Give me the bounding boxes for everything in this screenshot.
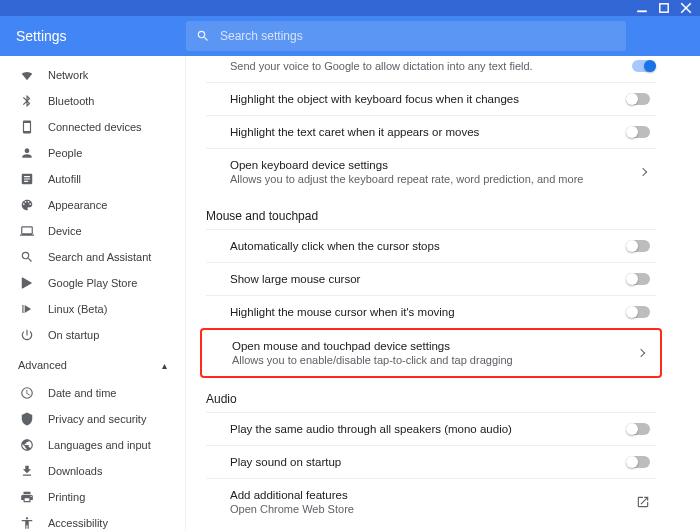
minimize-button[interactable]	[636, 2, 648, 14]
sidebar-item-label: Accessibility	[48, 517, 108, 529]
row-open-mouse-settings[interactable]: Open mouse and touchpad device settings …	[200, 328, 662, 378]
person-icon	[20, 146, 34, 160]
toggle-switch[interactable]	[626, 273, 650, 285]
row-mono-audio[interactable]: Play the same audio through all speakers…	[206, 413, 656, 445]
sidebar-item-label: Bluetooth	[48, 95, 94, 107]
laptop-icon	[20, 224, 34, 238]
row-highlight-cursor[interactable]: Highlight the mouse cursor when it's mov…	[206, 295, 656, 328]
toggle-switch[interactable]	[632, 60, 656, 72]
linux-icon	[20, 302, 34, 316]
header: Settings	[0, 16, 700, 56]
sidebar-item-bluetooth[interactable]: Bluetooth	[0, 88, 185, 114]
chevron-up-icon: ▴	[162, 360, 167, 371]
sidebar: Network Bluetooth Connected devices Peop…	[0, 56, 186, 531]
sidebar-item-label: Search and Assistant	[48, 251, 151, 263]
main-content: Send your voice to Google to allow dicta…	[186, 56, 700, 531]
sidebar-item-network[interactable]: Network	[0, 62, 185, 88]
partial-row-dictation[interactable]: Send your voice to Google to allow dicta…	[206, 56, 656, 82]
row-highlight-caret[interactable]: Highlight the text caret when it appears…	[206, 115, 656, 148]
row-subtitle: Send your voice to Google to allow dicta…	[230, 60, 533, 72]
chevron-right-icon	[639, 168, 647, 176]
shield-icon	[20, 412, 34, 426]
sidebar-item-label: Linux (Beta)	[48, 303, 107, 315]
advanced-label: Advanced	[18, 359, 67, 371]
sidebar-item-appearance[interactable]: Appearance	[0, 192, 185, 218]
row-startup-sound[interactable]: Play sound on startup	[206, 445, 656, 478]
sidebar-item-label: Google Play Store	[48, 277, 137, 289]
row-subtitle: Allows you to enable/disable tap-to-clic…	[232, 354, 513, 366]
sidebar-item-label: Date and time	[48, 387, 116, 399]
sidebar-advanced-toggle[interactable]: Advanced ▴	[0, 352, 185, 378]
sidebar-item-people[interactable]: People	[0, 140, 185, 166]
sidebar-item-label: Languages and input	[48, 439, 151, 451]
row-title: Automatically click when the cursor stop…	[230, 240, 440, 252]
search-box[interactable]	[186, 21, 626, 51]
toggle-switch[interactable]	[626, 423, 650, 435]
sidebar-item-accessibility[interactable]: Accessibility	[0, 510, 185, 531]
sidebar-item-label: People	[48, 147, 82, 159]
chevron-right-icon	[637, 349, 645, 357]
row-subtitle: Open Chrome Web Store	[230, 503, 354, 515]
search-icon	[20, 250, 34, 264]
sidebar-item-search-assistant[interactable]: Search and Assistant	[0, 244, 185, 270]
svg-rect-0	[637, 10, 647, 12]
sidebar-item-label: Printing	[48, 491, 85, 503]
sidebar-item-label: Privacy and security	[48, 413, 146, 425]
sidebar-item-startup[interactable]: On startup	[0, 322, 185, 348]
row-title: Highlight the object with keyboard focus…	[230, 93, 519, 105]
row-highlight-focus[interactable]: Highlight the object with keyboard focus…	[206, 83, 656, 115]
row-title: Highlight the mouse cursor when it's mov…	[230, 306, 455, 318]
autofill-icon	[20, 172, 34, 186]
palette-icon	[20, 198, 34, 212]
row-title: Open mouse and touchpad device settings	[232, 340, 513, 352]
svg-rect-1	[660, 4, 668, 12]
download-icon	[20, 464, 34, 478]
sidebar-item-label: Autofill	[48, 173, 81, 185]
print-icon	[20, 490, 34, 504]
sidebar-item-label: Network	[48, 69, 88, 81]
sidebar-item-privacy[interactable]: Privacy and security	[0, 406, 185, 432]
row-open-keyboard-settings[interactable]: Open keyboard device settings Allows you…	[206, 148, 656, 195]
search-icon	[196, 29, 210, 43]
section-audio: Audio	[206, 392, 656, 406]
sidebar-item-printing[interactable]: Printing	[0, 484, 185, 510]
row-title: Add additional features	[230, 489, 354, 501]
sidebar-item-linux[interactable]: Linux (Beta)	[0, 296, 185, 322]
toggle-switch[interactable]	[626, 240, 650, 252]
sidebar-item-device[interactable]: Device	[0, 218, 185, 244]
row-large-cursor[interactable]: Show large mouse cursor	[206, 262, 656, 295]
row-title: Play sound on startup	[230, 456, 341, 468]
sidebar-item-label: Downloads	[48, 465, 102, 477]
sidebar-item-label: Appearance	[48, 199, 107, 211]
clock-icon	[20, 386, 34, 400]
sidebar-item-connected-devices[interactable]: Connected devices	[0, 114, 185, 140]
power-icon	[20, 328, 34, 342]
devices-icon	[20, 120, 34, 134]
close-button[interactable]	[680, 2, 692, 14]
toggle-switch[interactable]	[626, 126, 650, 138]
row-title: Show large mouse cursor	[230, 273, 360, 285]
toggle-switch[interactable]	[626, 456, 650, 468]
sidebar-item-label: Device	[48, 225, 82, 237]
open-in-new-icon	[636, 495, 650, 509]
row-title: Open keyboard device settings	[230, 159, 583, 171]
page-title: Settings	[16, 28, 186, 44]
wifi-icon	[20, 68, 34, 82]
row-auto-click[interactable]: Automatically click when the cursor stop…	[206, 230, 656, 262]
toggle-switch[interactable]	[626, 306, 650, 318]
sidebar-item-date-time[interactable]: Date and time	[0, 380, 185, 406]
play-store-icon	[20, 276, 34, 290]
toggle-switch[interactable]	[626, 93, 650, 105]
row-additional-features[interactable]: Add additional features Open Chrome Web …	[206, 478, 656, 525]
row-title: Highlight the text caret when it appears…	[230, 126, 479, 138]
sidebar-item-downloads[interactable]: Downloads	[0, 458, 185, 484]
sidebar-item-languages[interactable]: Languages and input	[0, 432, 185, 458]
sidebar-item-google-play[interactable]: Google Play Store	[0, 270, 185, 296]
accessibility-icon	[20, 516, 34, 530]
titlebar	[0, 0, 700, 16]
maximize-button[interactable]	[658, 2, 670, 14]
sidebar-item-autofill[interactable]: Autofill	[0, 166, 185, 192]
section-mouse-touchpad: Mouse and touchpad	[206, 209, 656, 223]
globe-icon	[20, 438, 34, 452]
search-input[interactable]	[220, 29, 616, 43]
